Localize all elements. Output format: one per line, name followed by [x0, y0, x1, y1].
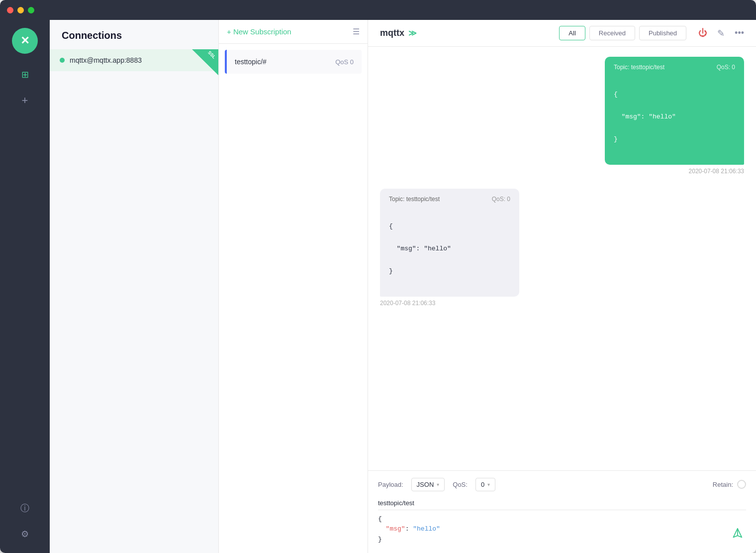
- subscription-topic: testtopic/#: [235, 58, 330, 66]
- power-button[interactable]: ⏻: [698, 28, 707, 38]
- sidebar-item-connections[interactable]: ⊞: [14, 64, 36, 86]
- publish-footer: Payload: JSON ▾ QoS: 0 ▾ Retain:: [368, 470, 756, 553]
- body-line3: }: [378, 535, 726, 545]
- published-timestamp: 2020-07-08 21:06:33: [689, 168, 744, 175]
- publish-controls: Payload: JSON ▾ QoS: 0 ▾ Retain:: [378, 478, 746, 491]
- edit-button[interactable]: ✎: [717, 28, 725, 39]
- sidebar-item-info[interactable]: ⓘ: [14, 497, 36, 519]
- message-filters: All Received Published: [559, 26, 686, 40]
- logo-icon: ✕: [20, 34, 29, 47]
- received-body-line3: }: [389, 267, 510, 275]
- qos-select[interactable]: 0 ▾: [475, 478, 495, 491]
- message-published: Topic: testtopic/test QoS: 0 { "msg": "h…: [380, 57, 744, 175]
- connection-item[interactable]: mqttx@mqttx.app:8883 SSL: [50, 49, 218, 71]
- publish-body-area: { "msg": "hello" }: [378, 514, 746, 545]
- ssl-badge: SSL: [192, 49, 218, 75]
- connection-name: mqttx@mqttx.app:8883: [70, 56, 142, 64]
- retain-toggle[interactable]: [737, 480, 746, 489]
- received-body: { "msg": "hello" }: [389, 208, 510, 290]
- received-timestamp: 2020-07-08 21:06:33: [380, 300, 435, 307]
- subscription-qos: QoS 0: [335, 58, 354, 66]
- app-logo: ✕: [12, 28, 38, 54]
- more-button[interactable]: •••: [735, 28, 744, 38]
- received-meta: Topic: testtopic/test QoS: 0: [389, 196, 510, 203]
- messages-area: Topic: testtopic/test QoS: 0 { "msg": "h…: [368, 47, 756, 470]
- qos-label: QoS:: [453, 481, 468, 488]
- published-body-line3: }: [614, 135, 735, 143]
- settings-icon: ⚙: [21, 529, 29, 540]
- body-line1: {: [378, 514, 726, 525]
- info-icon: ⓘ: [20, 502, 29, 514]
- published-bubble: Topic: testtopic/test QoS: 0 { "msg": "h…: [605, 57, 744, 165]
- published-qos: QoS: 0: [717, 64, 735, 71]
- published-meta: Topic: testtopic/test QoS: 0: [614, 64, 735, 71]
- subscription-item[interactable]: testtopic/# QoS 0: [225, 50, 362, 74]
- sidebar-item-add[interactable]: +: [14, 90, 36, 111]
- main-layout: ✕ ⊞ + ⓘ ⚙ Connections mqttx@mqttx.app:88…: [0, 20, 756, 553]
- chevron-icon: ≫: [408, 28, 417, 38]
- filter-icon[interactable]: ☰: [353, 27, 360, 36]
- subscriptions-header: + New Subscription ☰: [219, 20, 368, 44]
- received-bubble: Topic: testtopic/test QoS: 0 { "msg": "h…: [380, 189, 519, 297]
- body-line2: "msg": "hello": [378, 524, 726, 535]
- sidebar: ✕ ⊞ + ⓘ ⚙: [0, 20, 50, 553]
- title-text: mqttx: [380, 28, 404, 38]
- tab-received[interactable]: Received: [589, 26, 635, 40]
- add-icon: +: [22, 94, 28, 107]
- received-body-line2: "msg": "hello": [389, 245, 510, 252]
- publish-topic-input[interactable]: [378, 496, 746, 510]
- publish-body-text: { "msg": "hello" }: [378, 514, 746, 545]
- qos-value: 0: [481, 481, 484, 488]
- received-topic: Topic: testtopic/test: [389, 196, 440, 203]
- body-sep: :: [405, 525, 413, 533]
- published-body-line2: "msg": "hello": [614, 113, 735, 120]
- published-body-line1: {: [614, 91, 735, 98]
- messages-panel: mqttx ≫ All Received Published ⏻ ✎ •••: [368, 20, 756, 553]
- qos-select-arrow: ▾: [487, 482, 490, 487]
- payload-format-arrow: ▾: [437, 482, 439, 487]
- published-topic: Topic: testtopic/test: [614, 64, 664, 71]
- header-actions: ⏻ ✎ •••: [698, 28, 744, 39]
- connections-panel: Connections mqttx@mqttx.app:8883 SSL: [50, 20, 219, 553]
- payload-label: Payload:: [378, 481, 403, 488]
- connection-status-dot: [60, 58, 65, 63]
- received-body-line1: {: [389, 222, 510, 230]
- payload-format-value: JSON: [417, 481, 434, 488]
- payload-format-select[interactable]: JSON ▾: [411, 478, 445, 491]
- app-window: ✕ ⊞ + ⓘ ⚙ Connections mqttx@mqttx.app:88…: [0, 0, 756, 553]
- received-qos: QoS: 0: [492, 196, 510, 203]
- subscriptions-panel: + New Subscription ☰ testtopic/# QoS 0: [219, 20, 368, 553]
- retain-label-group: Retain:: [713, 480, 746, 489]
- connections-header: Connections: [50, 20, 218, 49]
- connection-title: mqttx ≫: [380, 28, 417, 38]
- maximize-button[interactable]: [28, 7, 34, 13]
- message-received: Topic: testtopic/test QoS: 0 { "msg": "h…: [380, 189, 744, 307]
- sidebar-item-settings[interactable]: ⚙: [14, 523, 36, 545]
- minimize-button[interactable]: [17, 7, 24, 13]
- published-body: { "msg": "hello" }: [614, 76, 735, 158]
- body-key: "msg": [386, 525, 405, 533]
- body-val: "hello": [413, 525, 440, 533]
- close-button[interactable]: [7, 7, 13, 13]
- tab-published[interactable]: Published: [639, 26, 686, 40]
- tab-all[interactable]: All: [559, 26, 585, 40]
- connections-icon: ⊞: [21, 69, 29, 80]
- new-subscription-button[interactable]: + New Subscription: [227, 27, 291, 36]
- messages-header: mqttx ≫ All Received Published ⏻ ✎ •••: [368, 20, 756, 47]
- retain-label-text: Retain:: [713, 481, 733, 488]
- titlebar: [0, 0, 756, 20]
